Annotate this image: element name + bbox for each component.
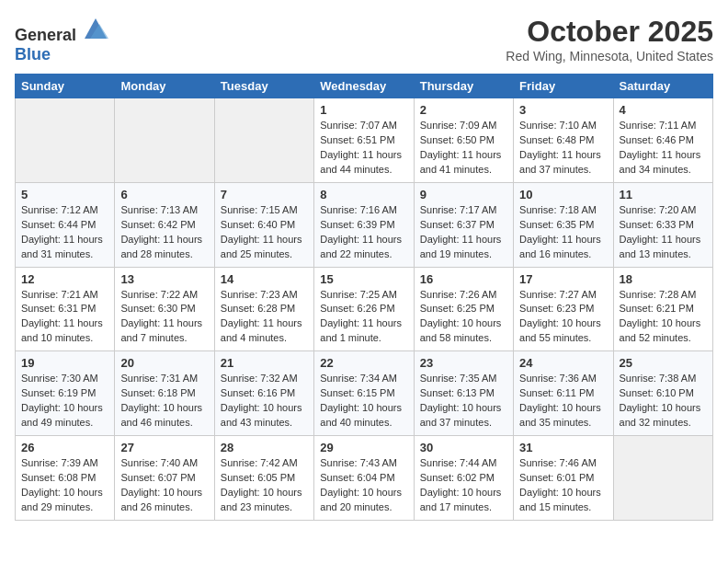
day-number: 17 <box>519 272 607 286</box>
day-number: 29 <box>320 441 407 454</box>
calendar-cell: 1Sunrise: 7:07 AMSunset: 6:51 PMDaylight… <box>314 98 414 183</box>
calendar-cell: 24Sunrise: 7:36 AMSunset: 6:11 PMDayligh… <box>514 351 613 436</box>
day-number: 28 <box>221 441 308 454</box>
calendar-cell: 21Sunrise: 7:32 AMSunset: 6:16 PMDayligh… <box>214 351 313 436</box>
day-number: 18 <box>620 272 707 286</box>
day-number: 9 <box>420 188 507 201</box>
calendar-cell: 27Sunrise: 7:40 AMSunset: 6:07 PMDayligh… <box>115 436 214 521</box>
calendar-cell: 17Sunrise: 7:27 AMSunset: 6:23 PMDayligh… <box>514 267 613 351</box>
day-info: Sunrise: 7:46 AMSunset: 6:01 PMDaylight:… <box>519 456 607 515</box>
calendar-cell: 22Sunrise: 7:34 AMSunset: 6:15 PMDayligh… <box>314 351 414 436</box>
calendar-cell: 6Sunrise: 7:13 AMSunset: 6:42 PMDaylight… <box>115 182 214 267</box>
calendar-cell: 18Sunrise: 7:28 AMSunset: 6:21 PMDayligh… <box>613 267 712 351</box>
day-number: 20 <box>120 356 208 370</box>
calendar-cell: 20Sunrise: 7:31 AMSunset: 6:18 PMDayligh… <box>115 351 214 436</box>
col-header-friday: Friday <box>514 75 613 98</box>
day-number: 4 <box>620 103 707 117</box>
day-info: Sunrise: 7:32 AMSunset: 6:16 PMDaylight:… <box>221 372 308 431</box>
day-info: Sunrise: 7:21 AMSunset: 6:31 PMDaylight:… <box>21 288 108 347</box>
day-number: 3 <box>519 103 607 117</box>
col-header-saturday: Saturday <box>613 75 712 98</box>
day-info: Sunrise: 7:38 AMSunset: 6:10 PMDaylight:… <box>620 372 707 431</box>
calendar-week-row: 12Sunrise: 7:21 AMSunset: 6:31 PMDayligh… <box>16 267 713 351</box>
col-header-sunday: Sunday <box>16 75 115 98</box>
day-info: Sunrise: 7:26 AMSunset: 6:25 PMDaylight:… <box>420 288 507 347</box>
calendar-cell <box>214 98 313 183</box>
calendar-cell: 30Sunrise: 7:44 AMSunset: 6:02 PMDayligh… <box>414 436 513 521</box>
day-info: Sunrise: 7:07 AMSunset: 6:51 PMDaylight:… <box>320 119 407 178</box>
day-number: 23 <box>420 356 507 370</box>
day-number: 24 <box>519 356 607 370</box>
day-number: 14 <box>221 272 308 286</box>
day-number: 16 <box>420 272 507 286</box>
day-info: Sunrise: 7:15 AMSunset: 6:40 PMDaylight:… <box>221 203 308 262</box>
col-header-tuesday: Tuesday <box>214 75 313 98</box>
day-number: 12 <box>21 272 108 286</box>
calendar-cell: 19Sunrise: 7:30 AMSunset: 6:19 PMDayligh… <box>16 351 115 436</box>
day-info: Sunrise: 7:42 AMSunset: 6:05 PMDaylight:… <box>221 456 308 515</box>
calendar-cell: 25Sunrise: 7:38 AMSunset: 6:10 PMDayligh… <box>613 351 712 436</box>
calendar-cell: 4Sunrise: 7:11 AMSunset: 6:46 PMDaylight… <box>613 98 712 183</box>
day-number: 30 <box>420 441 507 454</box>
day-info: Sunrise: 7:27 AMSunset: 6:23 PMDaylight:… <box>519 288 607 347</box>
day-info: Sunrise: 7:17 AMSunset: 6:37 PMDaylight:… <box>420 203 507 262</box>
calendar-cell: 9Sunrise: 7:17 AMSunset: 6:37 PMDaylight… <box>414 182 513 267</box>
day-info: Sunrise: 7:09 AMSunset: 6:50 PMDaylight:… <box>420 119 507 178</box>
day-number: 13 <box>120 272 208 286</box>
day-number: 11 <box>620 188 707 201</box>
day-info: Sunrise: 7:16 AMSunset: 6:39 PMDaylight:… <box>320 203 407 262</box>
calendar-week-row: 19Sunrise: 7:30 AMSunset: 6:19 PMDayligh… <box>16 351 713 436</box>
calendar-cell: 23Sunrise: 7:35 AMSunset: 6:13 PMDayligh… <box>414 351 513 436</box>
month-title: October 2025 <box>506 15 713 49</box>
day-info: Sunrise: 7:22 AMSunset: 6:30 PMDaylight:… <box>120 288 208 347</box>
calendar-cell <box>16 98 115 183</box>
calendar-cell: 5Sunrise: 7:12 AMSunset: 6:44 PMDaylight… <box>16 182 115 267</box>
title-block: October 2025 Red Wing, Minnesota, United… <box>506 15 713 63</box>
day-number: 21 <box>221 356 308 370</box>
calendar-cell: 28Sunrise: 7:42 AMSunset: 6:05 PMDayligh… <box>214 436 313 521</box>
calendar-cell: 16Sunrise: 7:26 AMSunset: 6:25 PMDayligh… <box>414 267 513 351</box>
calendar-cell: 7Sunrise: 7:15 AMSunset: 6:40 PMDaylight… <box>214 182 313 267</box>
day-info: Sunrise: 7:40 AMSunset: 6:07 PMDaylight:… <box>120 456 208 515</box>
calendar-cell: 11Sunrise: 7:20 AMSunset: 6:33 PMDayligh… <box>613 182 712 267</box>
day-number: 6 <box>120 188 208 201</box>
day-number: 27 <box>120 441 208 454</box>
day-info: Sunrise: 7:34 AMSunset: 6:15 PMDaylight:… <box>320 372 407 431</box>
day-info: Sunrise: 7:20 AMSunset: 6:33 PMDaylight:… <box>620 203 707 262</box>
logo-general: General <box>15 26 76 44</box>
day-info: Sunrise: 7:31 AMSunset: 6:18 PMDaylight:… <box>120 372 208 431</box>
day-number: 8 <box>320 188 407 201</box>
calendar-cell <box>115 98 214 183</box>
logo-text: General Blue <box>15 15 108 64</box>
day-number: 22 <box>320 356 407 370</box>
day-info: Sunrise: 7:12 AMSunset: 6:44 PMDaylight:… <box>21 203 108 262</box>
day-number: 25 <box>620 356 707 370</box>
calendar-cell <box>613 436 712 521</box>
day-number: 15 <box>320 272 407 286</box>
col-header-thursday: Thursday <box>414 75 513 98</box>
calendar-cell: 29Sunrise: 7:43 AMSunset: 6:04 PMDayligh… <box>314 436 414 521</box>
day-info: Sunrise: 7:36 AMSunset: 6:11 PMDaylight:… <box>519 372 607 431</box>
logo-icon <box>83 15 108 40</box>
calendar-table: SundayMondayTuesdayWednesdayThursdayFrid… <box>15 74 713 521</box>
day-info: Sunrise: 7:30 AMSunset: 6:19 PMDaylight:… <box>21 372 108 431</box>
day-info: Sunrise: 7:13 AMSunset: 6:42 PMDaylight:… <box>120 203 208 262</box>
calendar-week-row: 1Sunrise: 7:07 AMSunset: 6:51 PMDaylight… <box>16 98 713 183</box>
calendar-cell: 14Sunrise: 7:23 AMSunset: 6:28 PMDayligh… <box>214 267 313 351</box>
calendar-header-row: SundayMondayTuesdayWednesdayThursdayFrid… <box>16 75 713 98</box>
calendar-cell: 2Sunrise: 7:09 AMSunset: 6:50 PMDaylight… <box>414 98 513 183</box>
day-info: Sunrise: 7:44 AMSunset: 6:02 PMDaylight:… <box>420 456 507 515</box>
calendar-week-row: 5Sunrise: 7:12 AMSunset: 6:44 PMDaylight… <box>16 182 713 267</box>
calendar-cell: 26Sunrise: 7:39 AMSunset: 6:08 PMDayligh… <box>16 436 115 521</box>
calendar-cell: 3Sunrise: 7:10 AMSunset: 6:48 PMDaylight… <box>514 98 613 183</box>
day-number: 2 <box>420 103 507 117</box>
day-number: 7 <box>221 188 308 201</box>
day-number: 5 <box>21 188 108 201</box>
day-info: Sunrise: 7:11 AMSunset: 6:46 PMDaylight:… <box>620 119 707 178</box>
day-number: 31 <box>519 441 607 454</box>
calendar-cell: 31Sunrise: 7:46 AMSunset: 6:01 PMDayligh… <box>514 436 613 521</box>
day-number: 10 <box>519 188 607 201</box>
day-info: Sunrise: 7:10 AMSunset: 6:48 PMDaylight:… <box>519 119 607 178</box>
col-header-monday: Monday <box>115 75 214 98</box>
day-info: Sunrise: 7:43 AMSunset: 6:04 PMDaylight:… <box>320 456 407 515</box>
